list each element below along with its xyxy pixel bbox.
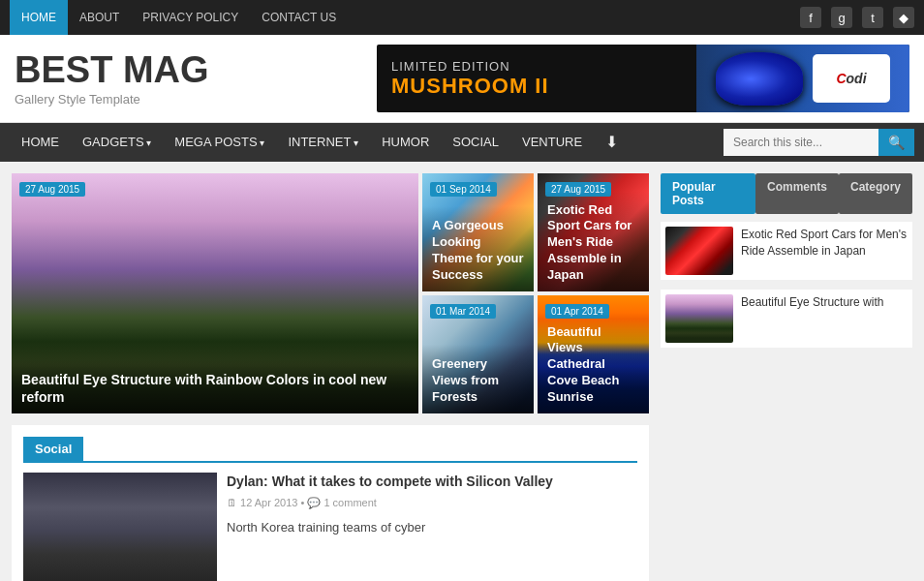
social-post-2-title[interactable]: North Korea training teams of cyber [227, 519, 637, 536]
gallery-toys-badge: 01 Sep 2014 [430, 181, 534, 197]
top-nav-about[interactable]: ABOUT [68, 0, 131, 35]
site-title: BEST MAG [15, 51, 209, 88]
banner-image: Codi [696, 45, 909, 112]
popular-post-1-thumb [665, 227, 733, 275]
top-nav-contact[interactable]: CONTACT US [250, 0, 348, 35]
site-header: BEST MAG Gallery Style Template LIMITED … [0, 35, 924, 123]
popular-post-1[interactable]: Exotic Red Sport Cars for Men's Ride Ass… [661, 222, 912, 280]
gallery-item-bottom-middle[interactable]: 01 Mar 2014 Greenery Views from Forests [422, 295, 534, 413]
rss-icon[interactable]: ◆ [893, 7, 914, 28]
popular-post-1-title: Exotic Red Sport Cars for Men's Ride Ass… [741, 227, 908, 275]
tab-category[interactable]: Category [839, 173, 912, 214]
gallery-cars-title: Exotic Red Sport Cars for Men's Ride Ass… [547, 202, 639, 284]
comment-icon: 💬 [307, 497, 321, 508]
sidebar: Popular Posts Comments Category Exotic R… [661, 173, 912, 581]
gallery-large-title: Beautiful Eye Structure with Rainbow Col… [21, 371, 409, 406]
nav-gadgets[interactable]: GADGETS [71, 123, 163, 162]
gallery-phone-overlay: Greenery Views from Forests [422, 345, 534, 413]
facebook-icon[interactable]: f [800, 7, 821, 28]
social-list: Dylan: What it takes to compete with Sil… [227, 473, 637, 581]
nav-venture[interactable]: VENTURE [510, 123, 594, 162]
gallery-toys-title: A Gorgeous Looking Theme for your Succes… [432, 218, 524, 284]
popular-post-2-title: Beautiful Eye Structure with [741, 294, 883, 343]
top-nav-privacy[interactable]: PRIVACY POLICY [131, 0, 250, 35]
gallery-phone-badge: 01 Mar 2014 [430, 303, 534, 319]
top-nav: HOME ABOUT PRIVACY POLICY CONTACT US f g… [0, 0, 924, 35]
banner-inner: LIMITED EDITION MUSHROOM II Codi [377, 45, 909, 112]
banner-product-image [716, 52, 803, 106]
gallery-phone-date: 01 Mar 2014 [430, 304, 496, 319]
gallery-toys-overlay: A Gorgeous Looking Theme for your Succes… [422, 206, 534, 291]
gallery-beach-title: Beautiful Views Cathedral Cove Beach Sun… [547, 324, 639, 406]
social-post-1-date: 12 Apr 2013 [240, 497, 297, 508]
top-nav-social: f g t ◆ [800, 7, 914, 28]
popular-posts-list: Exotic Red Sport Cars for Men's Ride Ass… [661, 222, 912, 348]
twitter-icon[interactable]: t [862, 7, 883, 28]
site-branding: BEST MAG Gallery Style Template [15, 51, 209, 107]
search-button[interactable]: 🔍 [878, 129, 914, 156]
social-post-1-comments: 1 comment [323, 497, 376, 508]
main-nav: HOME GADGETS MEGA POSTS INTERNET HUMOR S… [0, 123, 924, 162]
header-banner[interactable]: LIMITED EDITION MUSHROOM II Codi [377, 45, 909, 112]
nav-mega-posts[interactable]: MEGA POSTS [163, 123, 276, 162]
gallery-item-bottom-right[interactable]: 01 Apr 2014 Beautiful Views Cathedral Co… [538, 295, 649, 413]
gallery-large-overlay: Beautiful Eye Structure with Rainbow Col… [12, 359, 418, 413]
sidebar-tabs: Popular Posts Comments Category [661, 173, 912, 214]
gallery-toys-date: 01 Sep 2014 [430, 182, 497, 197]
top-nav-left: HOME ABOUT PRIVACY POLICY CONTACT US [10, 0, 348, 35]
social-thumbnail [23, 473, 217, 581]
search-input[interactable] [724, 129, 878, 156]
main-content: 27 Aug 2015 Beautiful Eye Structure with… [12, 173, 649, 581]
gallery-grid: 27 Aug 2015 Beautiful Eye Structure with… [12, 173, 649, 413]
calendar-icon: 🗓 [227, 497, 237, 508]
top-nav-home[interactable]: HOME [10, 0, 68, 35]
tab-popular-posts[interactable]: Popular Posts [661, 173, 755, 214]
banner-text-block: LIMITED EDITION MUSHROOM II [377, 51, 696, 107]
banner-text1: LIMITED EDITION [391, 59, 682, 74]
social-label: Social [23, 437, 83, 461]
nav-humor[interactable]: HUMOR [370, 123, 441, 162]
nav-social[interactable]: SOCIAL [441, 123, 510, 162]
gallery-large-date: 27 Aug 2015 [19, 182, 85, 197]
nav-home[interactable]: HOME [10, 123, 71, 162]
popular-post-2-thumb [665, 294, 733, 343]
social-posts: Dylan: What it takes to compete with Sil… [23, 473, 637, 581]
gallery-item-large[interactable]: 27 Aug 2015 Beautiful Eye Structure with… [12, 173, 418, 413]
nav-internet[interactable]: INTERNET [276, 123, 370, 162]
gallery-item-top-middle[interactable]: 01 Sep 2014 A Gorgeous Looking Theme for… [422, 173, 534, 291]
banner-text2: MUSHROOM II [391, 74, 682, 99]
gallery-phone-title: Greenery Views from Forests [432, 356, 524, 406]
tab-comments[interactable]: Comments [755, 173, 839, 214]
social-post-1-title[interactable]: Dylan: What it takes to compete with Sil… [227, 473, 637, 492]
social-post-1-meta: 🗓 12 Apr 2013 • 💬 1 comment [227, 497, 637, 509]
search-bar: 🔍 [724, 129, 914, 156]
nav-download-icon[interactable]: ⬇ [594, 123, 630, 162]
brand-logo: Codi [813, 54, 890, 103]
gallery-cars-overlay: Exotic Red Sport Cars for Men's Ride Ass… [538, 191, 649, 291]
gallery-large-badge: 27 Aug 2015 [19, 181, 418, 197]
site-subtitle: Gallery Style Template [15, 92, 209, 107]
gallery-item-top-right[interactable]: 27 Aug 2015 Exotic Red Sport Cars for Me… [538, 173, 649, 291]
content-wrap: 27 Aug 2015 Beautiful Eye Structure with… [0, 162, 924, 581]
googleplus-icon[interactable]: g [831, 7, 852, 28]
social-section: Social Dylan: What it takes to compete w… [12, 425, 649, 581]
social-section-header: Social [23, 437, 637, 463]
popular-post-2[interactable]: Beautiful Eye Structure with [661, 290, 912, 348]
gallery-beach-overlay: Beautiful Views Cathedral Cove Beach Sun… [538, 313, 649, 413]
